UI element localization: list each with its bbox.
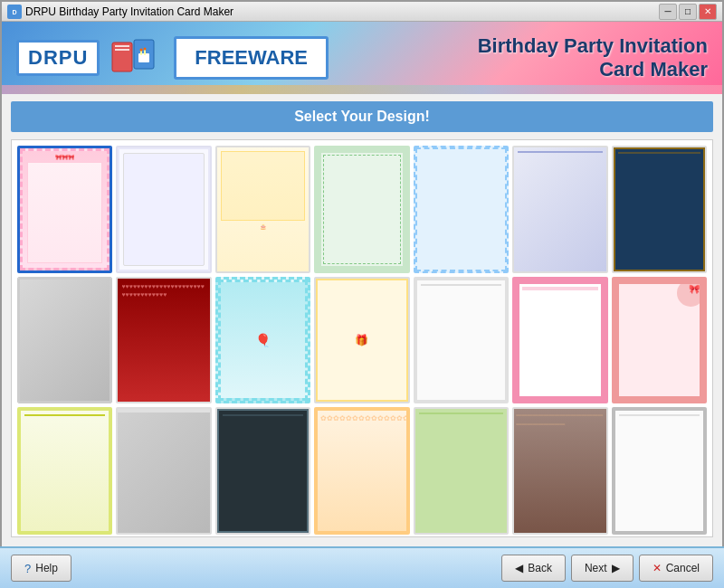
design-card-4[interactable] xyxy=(314,146,409,273)
help-icon: ? xyxy=(24,562,31,575)
svg-point-9 xyxy=(140,49,143,52)
design-card-6[interactable] xyxy=(512,146,607,273)
design-card-18[interactable]: ✿✿✿✿✿✿✿✿✿✿✿✿✿✿✿✿✿✿✿✿✿ xyxy=(314,407,409,535)
drpu-logo: DRPU xyxy=(16,40,100,76)
design-card-9[interactable]: ♥♥♥♥♥♥♥♥♥♥♥♥♥♥♥♥♥♥♥♥♥♥♥♥♥♥♥♥♥♥♥♥♥♥ xyxy=(116,277,211,404)
design-card-12[interactable] xyxy=(414,277,509,404)
design-card-2[interactable] xyxy=(116,146,211,273)
title-bar-text: DRPU Birthday Party Invitation Card Make… xyxy=(25,5,233,18)
maximize-button[interactable]: □ xyxy=(679,4,697,20)
select-design-bar: Select Your Design! xyxy=(11,101,713,132)
design-card-3[interactable]: 🎂 xyxy=(215,146,310,273)
freeware-label: FREEWARE xyxy=(174,36,329,80)
back-button[interactable]: ◀ Back xyxy=(501,555,566,582)
next-button[interactable]: Next ▶ xyxy=(571,555,634,582)
svg-rect-6 xyxy=(138,53,149,62)
nav-buttons: ◀ Back Next ▶ ✕ Cancel xyxy=(501,555,713,582)
design-card-13[interactable] xyxy=(512,277,607,404)
design-card-20[interactable]: ▬▬▬▬▬▬▬▬▬▬▬▬▬▬▬▬▬▬▬▬▬▬▬▬▬ xyxy=(512,407,607,535)
title-bar: D DRPU Birthday Party Invitation Card Ma… xyxy=(2,2,722,22)
next-icon: ▶ xyxy=(612,562,620,574)
design-card-17[interactable] xyxy=(215,407,310,535)
design-card-14[interactable]: 🎀 xyxy=(612,277,707,404)
window-controls: ─ □ ✕ xyxy=(659,4,717,20)
design-card-21[interactable] xyxy=(612,407,707,535)
svg-rect-3 xyxy=(115,45,129,47)
svg-rect-7 xyxy=(140,51,142,55)
svg-rect-4 xyxy=(115,49,129,51)
help-button[interactable]: ? Help xyxy=(11,555,71,582)
design-card-5[interactable] xyxy=(414,146,509,273)
designs-grid: 🎀🎀🎀 🎂 xyxy=(12,140,712,537)
svg-point-10 xyxy=(144,48,147,51)
app-title: Birthday Party Invitation Card Maker xyxy=(478,34,708,82)
svg-text:D: D xyxy=(12,9,16,15)
app-icon: D xyxy=(7,5,22,19)
design-grid-container[interactable]: 🎀🎀🎀 🎂 xyxy=(11,139,713,537)
design-card-16[interactable] xyxy=(116,407,211,535)
logo-icon xyxy=(110,35,156,81)
design-card-19[interactable] xyxy=(414,407,509,535)
close-button[interactable]: ✕ xyxy=(699,4,717,20)
design-card-8[interactable] xyxy=(17,277,112,404)
design-card-11[interactable]: 🎁 xyxy=(314,277,409,404)
design-card-15[interactable] xyxy=(17,407,112,535)
design-card-7[interactable] xyxy=(612,146,707,273)
design-card-10[interactable]: 🎈 xyxy=(215,277,310,404)
back-icon: ◀ xyxy=(515,562,523,574)
select-design-label: Select Your Design! xyxy=(294,109,430,125)
bottom-bar: ? Help ◀ Back Next ▶ ✕ Cancel xyxy=(0,546,724,588)
header-banner: DRPU FREEWARE Birthday Party Invitation … xyxy=(2,22,722,94)
minimize-button[interactable]: ─ xyxy=(659,4,677,20)
cancel-button[interactable]: ✕ Cancel xyxy=(639,555,713,582)
svg-rect-8 xyxy=(144,50,146,55)
cancel-icon: ✕ xyxy=(653,562,662,574)
design-card-1[interactable]: 🎀🎀🎀 xyxy=(17,146,112,273)
